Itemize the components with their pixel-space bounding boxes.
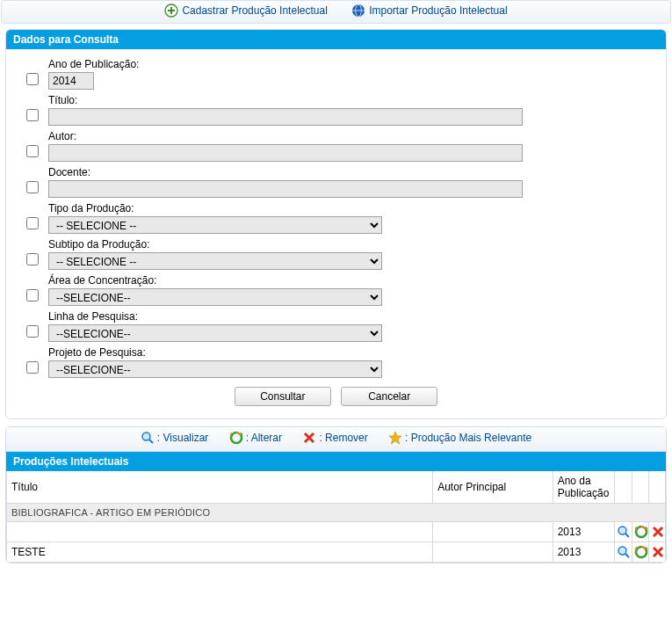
input-docente[interactable]	[48, 180, 523, 198]
select-projeto[interactable]: --SELECIONE--	[48, 360, 382, 378]
lbl-linha: Linha de Pesquisa:	[48, 310, 657, 323]
x-icon	[302, 431, 316, 445]
row-area: Área de Concentração: --SELECIONE--	[15, 274, 657, 306]
top-toolbar: Cadastrar Produção Intelectual Importar …	[1, 0, 671, 24]
row-ano: Ano de Publicação:	[15, 58, 657, 90]
row-linha: Linha de Pesquisa: --SELECIONE--	[15, 310, 657, 342]
cell-titulo	[7, 522, 433, 542]
row-projeto: Projeto de Pesquisa: --SELECIONE--	[15, 346, 657, 378]
plus-icon	[164, 4, 178, 18]
results-table: Título Autor Principal Ano da Publicação…	[6, 471, 666, 563]
table-row: 2013	[7, 522, 666, 542]
search-panel: Dados para Consulta Ano de Publicação: T…	[5, 29, 667, 419]
chk-autor[interactable]	[26, 145, 39, 157]
lbl-ano: Ano de Publicação:	[48, 58, 657, 70]
cancelar-button[interactable]: Cancelar	[341, 387, 437, 406]
chk-subtipo[interactable]	[26, 253, 39, 265]
col-autor: Autor Principal	[433, 471, 553, 504]
chk-linha[interactable]	[26, 325, 39, 338]
group-row: BIBLIOGRAFICA - ARTIGO EM PERIÓDICO	[7, 504, 666, 522]
view-icon[interactable]	[617, 545, 631, 559]
col-ano: Ano da Publicação	[553, 471, 615, 504]
delete-icon[interactable]	[651, 525, 665, 539]
row-subtipo: Subtipo da Produção: -- SELECIONE --	[15, 238, 657, 270]
group-title: BIBLIOGRAFICA - ARTIGO EM PERIÓDICO	[7, 504, 666, 522]
table-header-row: Título Autor Principal Ano da Publicação	[7, 471, 666, 504]
input-titulo[interactable]	[48, 108, 523, 126]
chk-area[interactable]	[26, 289, 39, 302]
cell-titulo: TESTE	[7, 542, 433, 563]
select-subtipo[interactable]: -- SELECIONE --	[48, 252, 382, 270]
cell-autor	[433, 542, 553, 563]
legend-alterar: : Alterar	[229, 431, 282, 445]
lbl-tipo: Tipo da Produção:	[48, 202, 657, 214]
row-titulo: Título:	[15, 94, 657, 126]
lbl-titulo: Título:	[48, 94, 657, 106]
lbl-docente: Docente:	[48, 166, 657, 178]
input-ano[interactable]	[48, 72, 94, 90]
cadastrar-label: Cadastrar Produção Intelectual	[182, 4, 327, 17]
select-tipo[interactable]: -- SELECIONE --	[48, 216, 382, 234]
cadastrar-link[interactable]: Cadastrar Produção Intelectual	[164, 4, 327, 18]
results-panel-header: Produções Intelectuais	[6, 452, 666, 471]
col-titulo: Título	[7, 471, 433, 504]
legend-bar: : Visualizar : Alterar : Remover : Produ…	[6, 427, 666, 452]
input-autor[interactable]	[48, 144, 523, 162]
row-docente: Docente:	[15, 166, 657, 198]
cell-ano: 2013	[553, 542, 615, 563]
edit-icon[interactable]	[634, 525, 648, 539]
lbl-subtipo: Subtipo da Produção:	[48, 238, 657, 251]
select-linha[interactable]: --SELECIONE--	[48, 324, 382, 342]
importar-link[interactable]: Importar Produção Intelectual	[351, 4, 507, 18]
chk-ano[interactable]	[26, 73, 39, 85]
refresh-icon	[229, 431, 243, 445]
magnifier-icon	[141, 431, 155, 445]
select-area[interactable]: --SELECIONE--	[48, 288, 382, 306]
legend-visualizar: : Visualizar	[141, 431, 208, 445]
table-row: TESTE 2013	[7, 542, 666, 563]
star-icon	[388, 431, 402, 445]
delete-icon[interactable]	[651, 545, 665, 559]
results-panel: : Visualizar : Alterar : Remover : Produ…	[5, 426, 667, 563]
lbl-autor: Autor:	[48, 130, 657, 142]
cell-autor	[433, 522, 553, 542]
chk-projeto[interactable]	[26, 361, 39, 374]
consultar-button[interactable]: Consultar	[235, 387, 331, 406]
lbl-area: Área de Concentração:	[48, 274, 657, 287]
search-panel-header: Dados para Consulta	[6, 30, 666, 49]
button-row: Consultar Cancelar	[15, 387, 657, 406]
legend-relevante: : Produção Mais Relevante	[388, 431, 531, 445]
globe-icon	[351, 4, 365, 18]
edit-icon[interactable]	[634, 545, 648, 559]
view-icon[interactable]	[617, 525, 631, 539]
cell-ano: 2013	[553, 522, 615, 542]
row-tipo: Tipo da Produção: -- SELECIONE --	[15, 202, 657, 234]
importar-label: Importar Produção Intelectual	[369, 4, 507, 17]
row-autor: Autor:	[15, 130, 657, 162]
chk-titulo[interactable]	[26, 109, 39, 121]
legend-remover: : Remover	[302, 431, 367, 445]
lbl-projeto: Projeto de Pesquisa:	[48, 346, 657, 359]
search-form: Ano de Publicação: Título: Autor: Docent…	[6, 49, 666, 418]
chk-tipo[interactable]	[26, 217, 39, 229]
chk-docente[interactable]	[26, 181, 39, 193]
